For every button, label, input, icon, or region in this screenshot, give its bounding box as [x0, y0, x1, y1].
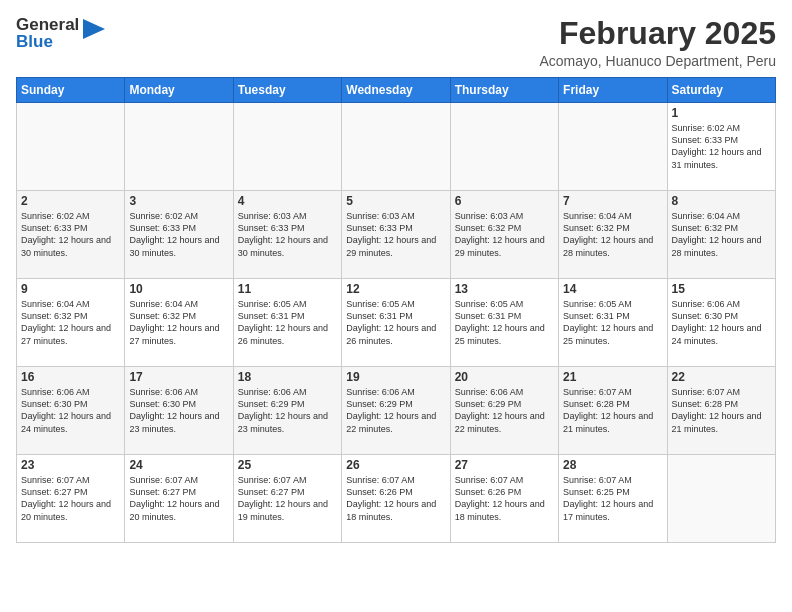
- day-cell: 19Sunrise: 6:06 AM Sunset: 6:29 PM Dayli…: [342, 367, 450, 455]
- col-header-monday: Monday: [125, 78, 233, 103]
- day-cell: [667, 455, 775, 543]
- day-info: Sunrise: 6:05 AM Sunset: 6:31 PM Dayligh…: [238, 298, 337, 347]
- day-info: Sunrise: 6:05 AM Sunset: 6:31 PM Dayligh…: [346, 298, 445, 347]
- day-info: Sunrise: 6:06 AM Sunset: 6:29 PM Dayligh…: [238, 386, 337, 435]
- col-header-wednesday: Wednesday: [342, 78, 450, 103]
- day-cell: [17, 103, 125, 191]
- day-number: 7: [563, 194, 662, 208]
- day-number: 25: [238, 458, 337, 472]
- day-info: Sunrise: 6:06 AM Sunset: 6:30 PM Dayligh…: [672, 298, 771, 347]
- calendar: SundayMondayTuesdayWednesdayThursdayFrid…: [16, 77, 776, 543]
- day-info: Sunrise: 6:06 AM Sunset: 6:29 PM Dayligh…: [455, 386, 554, 435]
- day-info: Sunrise: 6:06 AM Sunset: 6:30 PM Dayligh…: [21, 386, 120, 435]
- day-cell: 8Sunrise: 6:04 AM Sunset: 6:32 PM Daylig…: [667, 191, 775, 279]
- day-cell: 1Sunrise: 6:02 AM Sunset: 6:33 PM Daylig…: [667, 103, 775, 191]
- day-cell: 21Sunrise: 6:07 AM Sunset: 6:28 PM Dayli…: [559, 367, 667, 455]
- day-cell: 15Sunrise: 6:06 AM Sunset: 6:30 PM Dayli…: [667, 279, 775, 367]
- day-number: 8: [672, 194, 771, 208]
- day-info: Sunrise: 6:07 AM Sunset: 6:27 PM Dayligh…: [129, 474, 228, 523]
- day-info: Sunrise: 6:03 AM Sunset: 6:33 PM Dayligh…: [238, 210, 337, 259]
- day-cell: 27Sunrise: 6:07 AM Sunset: 6:26 PM Dayli…: [450, 455, 558, 543]
- day-cell: 2Sunrise: 6:02 AM Sunset: 6:33 PM Daylig…: [17, 191, 125, 279]
- svg-marker-0: [83, 19, 105, 39]
- page: General Blue February 2025 Acomayo, Huan…: [0, 0, 792, 553]
- day-info: Sunrise: 6:02 AM Sunset: 6:33 PM Dayligh…: [672, 122, 771, 171]
- week-row-3: 16Sunrise: 6:06 AM Sunset: 6:30 PM Dayli…: [17, 367, 776, 455]
- col-header-sunday: Sunday: [17, 78, 125, 103]
- day-number: 28: [563, 458, 662, 472]
- day-cell: [125, 103, 233, 191]
- day-info: Sunrise: 6:07 AM Sunset: 6:28 PM Dayligh…: [672, 386, 771, 435]
- logo-blue-text: Blue: [16, 33, 79, 50]
- col-header-saturday: Saturday: [667, 78, 775, 103]
- day-info: Sunrise: 6:04 AM Sunset: 6:32 PM Dayligh…: [129, 298, 228, 347]
- day-number: 23: [21, 458, 120, 472]
- day-info: Sunrise: 6:02 AM Sunset: 6:33 PM Dayligh…: [21, 210, 120, 259]
- day-number: 17: [129, 370, 228, 384]
- day-number: 4: [238, 194, 337, 208]
- day-number: 16: [21, 370, 120, 384]
- day-number: 9: [21, 282, 120, 296]
- logo: General Blue: [16, 16, 105, 50]
- day-info: Sunrise: 6:05 AM Sunset: 6:31 PM Dayligh…: [455, 298, 554, 347]
- day-info: Sunrise: 6:04 AM Sunset: 6:32 PM Dayligh…: [21, 298, 120, 347]
- day-cell: 25Sunrise: 6:07 AM Sunset: 6:27 PM Dayli…: [233, 455, 341, 543]
- day-info: Sunrise: 6:07 AM Sunset: 6:26 PM Dayligh…: [346, 474, 445, 523]
- location: Acomayo, Huanuco Department, Peru: [539, 53, 776, 69]
- day-number: 13: [455, 282, 554, 296]
- day-cell: 24Sunrise: 6:07 AM Sunset: 6:27 PM Dayli…: [125, 455, 233, 543]
- day-number: 1: [672, 106, 771, 120]
- day-info: Sunrise: 6:07 AM Sunset: 6:26 PM Dayligh…: [455, 474, 554, 523]
- day-cell: [342, 103, 450, 191]
- day-info: Sunrise: 6:04 AM Sunset: 6:32 PM Dayligh…: [563, 210, 662, 259]
- day-info: Sunrise: 6:02 AM Sunset: 6:33 PM Dayligh…: [129, 210, 228, 259]
- logo-general-text: General: [16, 16, 79, 33]
- week-row-4: 23Sunrise: 6:07 AM Sunset: 6:27 PM Dayli…: [17, 455, 776, 543]
- day-cell: [559, 103, 667, 191]
- week-row-2: 9Sunrise: 6:04 AM Sunset: 6:32 PM Daylig…: [17, 279, 776, 367]
- day-cell: 18Sunrise: 6:06 AM Sunset: 6:29 PM Dayli…: [233, 367, 341, 455]
- day-info: Sunrise: 6:05 AM Sunset: 6:31 PM Dayligh…: [563, 298, 662, 347]
- day-cell: 26Sunrise: 6:07 AM Sunset: 6:26 PM Dayli…: [342, 455, 450, 543]
- day-number: 15: [672, 282, 771, 296]
- day-cell: 22Sunrise: 6:07 AM Sunset: 6:28 PM Dayli…: [667, 367, 775, 455]
- day-number: 21: [563, 370, 662, 384]
- day-info: Sunrise: 6:06 AM Sunset: 6:29 PM Dayligh…: [346, 386, 445, 435]
- day-cell: 13Sunrise: 6:05 AM Sunset: 6:31 PM Dayli…: [450, 279, 558, 367]
- day-cell: 10Sunrise: 6:04 AM Sunset: 6:32 PM Dayli…: [125, 279, 233, 367]
- day-cell: 12Sunrise: 6:05 AM Sunset: 6:31 PM Dayli…: [342, 279, 450, 367]
- day-cell: 20Sunrise: 6:06 AM Sunset: 6:29 PM Dayli…: [450, 367, 558, 455]
- week-row-1: 2Sunrise: 6:02 AM Sunset: 6:33 PM Daylig…: [17, 191, 776, 279]
- day-number: 22: [672, 370, 771, 384]
- day-info: Sunrise: 6:03 AM Sunset: 6:32 PM Dayligh…: [455, 210, 554, 259]
- day-info: Sunrise: 6:07 AM Sunset: 6:27 PM Dayligh…: [21, 474, 120, 523]
- day-number: 20: [455, 370, 554, 384]
- day-cell: 14Sunrise: 6:05 AM Sunset: 6:31 PM Dayli…: [559, 279, 667, 367]
- day-number: 18: [238, 370, 337, 384]
- col-header-friday: Friday: [559, 78, 667, 103]
- day-number: 11: [238, 282, 337, 296]
- logo-icon: [83, 19, 105, 47]
- day-info: Sunrise: 6:07 AM Sunset: 6:27 PM Dayligh…: [238, 474, 337, 523]
- day-info: Sunrise: 6:03 AM Sunset: 6:33 PM Dayligh…: [346, 210, 445, 259]
- calendar-header-row: SundayMondayTuesdayWednesdayThursdayFrid…: [17, 78, 776, 103]
- day-cell: 3Sunrise: 6:02 AM Sunset: 6:33 PM Daylig…: [125, 191, 233, 279]
- day-number: 26: [346, 458, 445, 472]
- day-cell: 4Sunrise: 6:03 AM Sunset: 6:33 PM Daylig…: [233, 191, 341, 279]
- day-cell: 6Sunrise: 6:03 AM Sunset: 6:32 PM Daylig…: [450, 191, 558, 279]
- header: General Blue February 2025 Acomayo, Huan…: [16, 16, 776, 69]
- day-cell: 5Sunrise: 6:03 AM Sunset: 6:33 PM Daylig…: [342, 191, 450, 279]
- day-info: Sunrise: 6:04 AM Sunset: 6:32 PM Dayligh…: [672, 210, 771, 259]
- day-number: 19: [346, 370, 445, 384]
- day-info: Sunrise: 6:06 AM Sunset: 6:30 PM Dayligh…: [129, 386, 228, 435]
- day-number: 3: [129, 194, 228, 208]
- day-cell: 28Sunrise: 6:07 AM Sunset: 6:25 PM Dayli…: [559, 455, 667, 543]
- day-number: 12: [346, 282, 445, 296]
- day-number: 10: [129, 282, 228, 296]
- week-row-0: 1Sunrise: 6:02 AM Sunset: 6:33 PM Daylig…: [17, 103, 776, 191]
- day-number: 14: [563, 282, 662, 296]
- col-header-thursday: Thursday: [450, 78, 558, 103]
- title-block: February 2025 Acomayo, Huanuco Departmen…: [539, 16, 776, 69]
- col-header-tuesday: Tuesday: [233, 78, 341, 103]
- day-number: 6: [455, 194, 554, 208]
